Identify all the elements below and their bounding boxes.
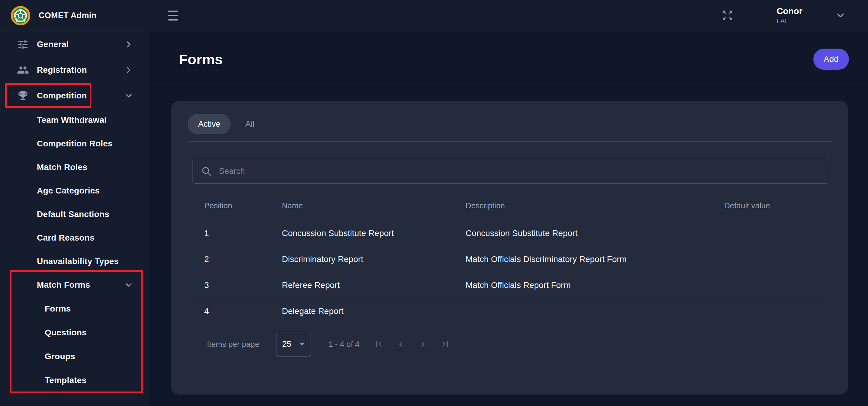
sidebar-item-forms[interactable]: Forms bbox=[0, 297, 149, 320]
sidebar-item-label: Match Forms bbox=[37, 280, 90, 290]
sidebar-item-age-categories[interactable]: Age Categories bbox=[0, 179, 149, 203]
sidebar-item-label: Team Withdrawal bbox=[37, 115, 107, 125]
sidebar-item-groups[interactable]: Groups bbox=[0, 344, 149, 368]
table-row[interactable]: 3 Referee Report Match Officials Report … bbox=[192, 272, 828, 298]
sidebar-item-team-withdrawal[interactable]: Team Withdrawal bbox=[0, 108, 149, 132]
page-size-value: 25 bbox=[282, 340, 291, 349]
sidebar-item-unavailability-types[interactable]: Unavailability Types bbox=[0, 250, 149, 273]
items-per-page-label: Items per page bbox=[207, 340, 259, 349]
search-input[interactable] bbox=[218, 166, 822, 176]
sidebar-item-label: Forms bbox=[45, 304, 71, 314]
column-header-default-value: Default value bbox=[724, 201, 828, 210]
sidebar-item-label: Competition Roles bbox=[37, 139, 113, 148]
next-page-icon[interactable] bbox=[417, 339, 428, 349]
sidebar-item-general[interactable]: General bbox=[0, 31, 149, 57]
tab-all[interactable]: All bbox=[242, 120, 258, 129]
search-bar[interactable] bbox=[192, 159, 828, 183]
chevron-right-icon bbox=[124, 39, 133, 49]
sidebar-item-label: Groups bbox=[45, 352, 75, 361]
sidebar-nav: General Registration Competition Team Wi… bbox=[0, 31, 149, 392]
chevron-down-icon bbox=[124, 280, 133, 290]
brand: COMET Admin bbox=[0, 0, 149, 31]
sidebar-item-questions[interactable]: Questions bbox=[0, 320, 149, 344]
sidebar-item-label: Card Reasons bbox=[37, 233, 95, 243]
pagination-controls bbox=[373, 339, 451, 349]
sidebar-item-templates[interactable]: Templates bbox=[0, 368, 149, 392]
people-icon bbox=[17, 64, 29, 76]
cell-description: Match Officials Discriminatory Report Fo… bbox=[466, 255, 724, 264]
sidebar-item-label: Unavailability Types bbox=[37, 257, 119, 266]
sidebar-item-competition-roles[interactable]: Competition Roles bbox=[0, 132, 149, 156]
fullscreen-icon[interactable] bbox=[721, 9, 734, 22]
chevron-down-icon bbox=[124, 91, 133, 101]
sidebar-item-label: Match Roles bbox=[37, 162, 87, 172]
sidebar: COMET Admin General Registration Competi… bbox=[0, 0, 149, 406]
cell-position: 1 bbox=[192, 229, 282, 238]
forms-card: Active All Position Name Description Def… bbox=[171, 101, 848, 395]
user-name: Conor bbox=[777, 6, 802, 16]
tune-icon bbox=[17, 38, 29, 50]
paginator: Items per page 25 1 - 4 of 4 bbox=[192, 324, 828, 364]
tab-active[interactable]: Active bbox=[188, 114, 231, 134]
table-row[interactable]: 2 Discriminatory Report Match Officials … bbox=[192, 246, 828, 272]
sidebar-item-competition[interactable]: Competition bbox=[0, 83, 149, 108]
cell-name: Referee Report bbox=[282, 280, 466, 290]
cell-name: Delegate Report bbox=[282, 306, 466, 316]
last-page-icon[interactable] bbox=[440, 339, 451, 349]
tabs: Active All bbox=[171, 101, 848, 134]
column-header-name: Name bbox=[282, 201, 466, 210]
caret-down-icon bbox=[299, 342, 305, 346]
app-root: COMET Admin General Registration Competi… bbox=[0, 0, 868, 406]
user-organization: FAI bbox=[777, 17, 802, 25]
main-content: Forms Add Active All Position Name Descr… bbox=[149, 31, 868, 406]
sidebar-item-match-roles[interactable]: Match Roles bbox=[0, 156, 149, 179]
previous-page-icon[interactable] bbox=[396, 339, 406, 349]
brand-title: COMET Admin bbox=[39, 11, 96, 20]
menu-toggle-icon[interactable] bbox=[168, 10, 178, 21]
table-header-row: Position Name Description Default value bbox=[192, 191, 828, 221]
table-row[interactable]: 4 Delegate Report bbox=[192, 298, 828, 324]
cell-name: Concussion Substitute Report bbox=[282, 229, 466, 238]
sidebar-item-match-forms[interactable]: Match Forms bbox=[0, 273, 149, 297]
cell-description: Match Officials Report Form bbox=[466, 280, 724, 290]
cell-name: Discriminatory Report bbox=[282, 255, 466, 264]
sidebar-item-label: Templates bbox=[45, 375, 86, 385]
page-size-select[interactable]: 25 bbox=[276, 332, 311, 357]
column-header-description: Description bbox=[466, 201, 724, 210]
add-button[interactable]: Add bbox=[813, 48, 849, 70]
topbar: Conor FAI bbox=[149, 0, 868, 31]
sidebar-item-label: General bbox=[37, 39, 69, 49]
sidebar-item-label: Registration bbox=[37, 65, 87, 75]
comet-logo-icon bbox=[11, 6, 30, 25]
sidebar-item-card-reasons[interactable]: Card Reasons bbox=[0, 226, 149, 250]
sidebar-item-label: Default Sanctions bbox=[37, 209, 110, 219]
sidebar-item-registration[interactable]: Registration bbox=[0, 57, 149, 83]
table-row[interactable]: 1 Concussion Substitute Report Concussio… bbox=[192, 221, 828, 246]
topbar-right: Conor FAI bbox=[721, 6, 846, 25]
cell-position: 3 bbox=[192, 280, 282, 290]
tabs-divider bbox=[188, 141, 832, 142]
cell-description: Concussion Substitute Report bbox=[466, 229, 724, 238]
forms-table: Position Name Description Default value … bbox=[192, 191, 828, 324]
sidebar-item-label: Questions bbox=[45, 328, 87, 337]
sidebar-item-label: Age Categories bbox=[37, 186, 100, 196]
page-header: Forms Add bbox=[149, 31, 868, 87]
trophy-icon bbox=[17, 90, 29, 102]
chevron-right-icon bbox=[124, 65, 133, 75]
page-range-label: 1 - 4 of 4 bbox=[329, 340, 360, 349]
user-menu[interactable]: Conor FAI bbox=[777, 6, 802, 25]
sidebar-item-label: Competition bbox=[37, 91, 87, 101]
cell-position: 4 bbox=[192, 306, 282, 316]
page-title: Forms bbox=[179, 51, 223, 68]
first-page-icon[interactable] bbox=[373, 339, 384, 349]
chevron-down-icon[interactable] bbox=[835, 10, 846, 21]
search-icon bbox=[201, 166, 212, 177]
cell-position: 2 bbox=[192, 255, 282, 264]
sidebar-item-default-sanctions[interactable]: Default Sanctions bbox=[0, 203, 149, 226]
column-header-position: Position bbox=[192, 201, 282, 210]
